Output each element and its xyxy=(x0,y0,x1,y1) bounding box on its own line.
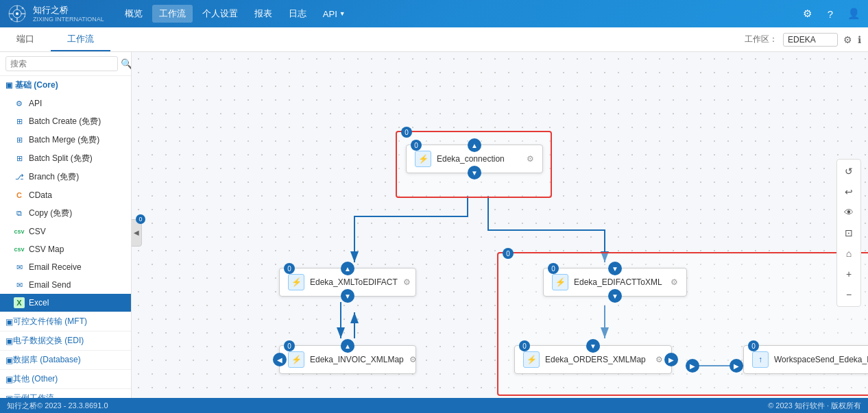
app-logo: 知行之桥 ZIXING INTERNATIONAL xyxy=(7,3,104,24)
zoom-in-button[interactable]: + xyxy=(840,265,858,283)
port-invoic-left[interactable]: ◀ xyxy=(273,353,287,366)
canvas-area[interactable]: ◀ 0 0 xyxy=(132,52,868,413)
category-expand-icon: ▣ xyxy=(5,81,12,90)
port-xmltoedifact-bottom[interactable]: ▼ xyxy=(341,289,354,303)
sidebar-item-label: CSV Map xyxy=(29,245,64,254)
sidebar-item-email-send[interactable]: ✉ Email Send xyxy=(0,276,131,294)
batch-split-icon: ⊞ xyxy=(14,153,25,164)
workspace-info-icon[interactable]: ℹ xyxy=(858,34,861,45)
sub-nav: 端口 工作流 工作区： EDEKA ⚙ ℹ xyxy=(0,27,868,52)
branch-icon: ⎇ xyxy=(14,172,25,183)
fit-button[interactable]: ⊡ xyxy=(840,224,858,242)
sidebar-search-bar: 🔍 xyxy=(0,52,131,76)
tab-workflow[interactable]: 工作流 xyxy=(51,27,110,51)
db-label: 数据库 (Database) xyxy=(13,354,81,366)
nav-item-logs[interactable]: 日志 xyxy=(282,5,313,23)
sidebar-item-label: Email Receive xyxy=(29,262,82,272)
nav-item-settings[interactable]: 个人设置 xyxy=(195,5,245,23)
node-edeka-connection[interactable]: 0 ⚡ Edeka_connection ⚙ ▲ ▼ xyxy=(406,145,543,173)
logo-subtitle: ZIXING INTERNATIONAL xyxy=(33,16,104,23)
node-workspacesend[interactable]: 0 ↑ WorkspaceSend_Edeka_Default ⚙ ▶ xyxy=(743,345,868,374)
port-invoic-top[interactable]: ▲ xyxy=(341,339,354,353)
sidebar-item-label: CData xyxy=(29,190,52,200)
node-xmltoedifact-icon: ⚡ xyxy=(288,274,304,290)
svg-point-2 xyxy=(16,12,19,15)
node-invoic-gear[interactable]: ⚙ xyxy=(409,355,417,364)
port-edeka-connection-bottom[interactable]: ▼ xyxy=(468,166,481,179)
help-icon[interactable]: ? xyxy=(823,6,838,21)
node-edeka-connection-gear[interactable]: ⚙ xyxy=(527,154,534,164)
nav-item-api[interactable]: API ▼ xyxy=(316,6,352,22)
sidebar-item-email-receive[interactable]: ✉ Email Receive xyxy=(0,258,131,276)
sidebar-item-api[interactable]: ⚙ API xyxy=(0,95,131,112)
port-orders-right[interactable]: ▶ xyxy=(664,353,678,366)
sidebar: 🔍 ▣ 基础 (Core) ⚙ API ⊞ Batch Create (免费) … xyxy=(0,52,132,413)
nav-item-reports[interactable]: 报表 xyxy=(248,5,279,23)
sidebar-item-csv-map[interactable]: csv CSV Map xyxy=(0,240,131,258)
view-button[interactable]: 👁 xyxy=(840,203,858,221)
nav-item-workflow[interactable]: 工作流 xyxy=(152,5,193,23)
node-edeka-connection-badge: 0 xyxy=(411,140,422,151)
footer-right: © 2023 知行软件 · 版权所有 xyxy=(768,401,861,411)
svg-point-8 xyxy=(11,18,13,21)
sidebar-category-edi[interactable]: ▣ 电子数据交换 (EDI) xyxy=(0,331,131,350)
undo-button[interactable]: ↩ xyxy=(840,183,858,201)
port-edeka-connection-top[interactable]: ▲ xyxy=(468,138,481,152)
node-workspacesend-badge: 0 xyxy=(748,340,759,351)
port-edifactoxml-top[interactable]: ▼ xyxy=(608,262,622,275)
tab-port[interactable]: 端口 xyxy=(0,27,51,51)
group2-badge: 0 xyxy=(503,248,514,259)
mft-label: 可控文件传输 (MFT) xyxy=(13,316,87,327)
search-input[interactable] xyxy=(5,56,118,71)
node-orders-gear[interactable]: ⚙ xyxy=(655,355,663,364)
nav-menu: 概览 工作流 个人设置 报表 日志 API ▼ xyxy=(118,5,799,23)
sidebar-item-cdata[interactable]: C CData xyxy=(0,186,131,204)
edi-expand-icon: ▣ xyxy=(5,336,13,346)
sidebar-item-copy[interactable]: ⧉ Copy (免费) xyxy=(0,204,131,223)
node-edifactoxml-label: Edeka_EDIFACTToXML xyxy=(574,277,665,287)
port-xmltoedifact-top[interactable]: ▲ xyxy=(341,262,354,275)
sidebar-item-csv[interactable]: csv CSV xyxy=(0,223,131,240)
node-edifactoxml-icon: ⚡ xyxy=(552,274,568,290)
email-receive-icon: ✉ xyxy=(14,262,25,273)
user-icon[interactable]: 👤 xyxy=(846,6,861,21)
copy-icon: ⧉ xyxy=(14,208,25,219)
sidebar-category-core[interactable]: ▣ 基础 (Core) xyxy=(0,76,131,95)
sidebar-item-label: Branch (免费) xyxy=(29,171,79,183)
zoom-out-button[interactable]: − xyxy=(840,286,858,303)
sidebar-category-mft[interactable]: ▣ 可控文件传输 (MFT) xyxy=(0,312,131,331)
sidebar-item-branch[interactable]: ⎇ Branch (免费) xyxy=(0,168,131,186)
node-edeka-orders-xmlmap[interactable]: 0 ⚡ Edeka_ORDERS_XMLMap ⚙ ▼ ▶ xyxy=(514,345,672,374)
sidebar-category-database[interactable]: ▣ 数据库 (Database) xyxy=(0,350,131,369)
footer-left: 知行之桥© 2023 - 23.3.8691.0 xyxy=(7,401,108,411)
workspace-gear-icon[interactable]: ⚙ xyxy=(843,34,852,45)
node-edeka-xmltoedifact[interactable]: 0 ⚡ Edeka_XMLToEDIFACT ⚙ ▲ ▼ xyxy=(279,268,416,297)
sidebar-item-batch-split[interactable]: ⊞ Batch Split (免费) xyxy=(0,149,131,168)
sidebar-item-label: Batch Merge (免费) xyxy=(29,134,99,146)
home-button[interactable]: ⌂ xyxy=(840,245,858,262)
mft-expand-icon: ▣ xyxy=(5,317,13,327)
node-edifactoxml-gear[interactable]: ⚙ xyxy=(671,277,678,287)
sidebar-item-batch-merge[interactable]: ⊞ Batch Merge (免费) xyxy=(0,131,131,149)
sidebar-item-batch-create[interactable]: ⊞ Batch Create (免费) xyxy=(0,112,131,131)
search-button[interactable]: 🔍 xyxy=(118,57,132,71)
port-edifactoxml-bottom[interactable]: ▼ xyxy=(608,289,622,303)
sidebar-collapse-handle[interactable]: ◀ 0 xyxy=(132,219,142,247)
node-edeka-edifactoxml[interactable]: 0 ⚡ Edeka_EDIFACTToXML ⚙ ▼ ▼ xyxy=(543,268,687,297)
sidebar-content: ▣ 基础 (Core) ⚙ API ⊞ Batch Create (免费) ⊞ … xyxy=(0,76,131,413)
batch-create-icon: ⊞ xyxy=(14,116,25,127)
node-xmltoedifact-gear[interactable]: ⚙ xyxy=(403,277,411,287)
sidebar-item-excel[interactable]: X Excel xyxy=(0,294,131,312)
nav-item-overview[interactable]: 概览 xyxy=(118,5,149,23)
port-orders-top[interactable]: ▼ xyxy=(586,339,600,353)
other-label: 其他 (Other) xyxy=(13,373,58,385)
node-edifactoxml-badge: 0 xyxy=(548,263,559,274)
excel-icon: X xyxy=(14,297,25,308)
sidebar-category-other[interactable]: ▣ 其他 (Other) xyxy=(0,369,131,388)
svg-point-7 xyxy=(22,8,24,10)
node-xmltoedifact-badge: 0 xyxy=(284,263,295,274)
workspace-select[interactable]: EDEKA xyxy=(783,33,838,47)
refresh-button[interactable]: ↺ xyxy=(840,162,858,180)
gear-icon[interactable]: ⚙ xyxy=(799,6,815,21)
node-edeka-invoic-xmlmap[interactable]: 0 ◀ ⚡ Edeka_INVOIC_XMLMap ⚙ ▲ xyxy=(279,345,416,374)
